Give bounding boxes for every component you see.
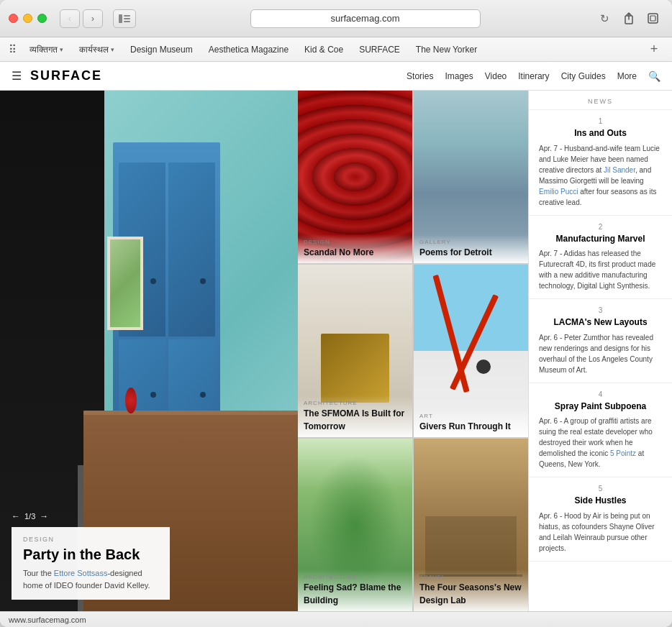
news-item-3: 3 LACMA's New Layouts Apr. 6 - Peter Zum…	[529, 299, 672, 383]
news-header: NEWS	[529, 91, 672, 110]
search-icon[interactable]: 🔍	[648, 70, 660, 82]
news-num-4: 4	[539, 390, 662, 398]
news-title-2[interactable]: Manufacturing Marvel	[539, 234, 662, 245]
news-item-5: 5 Side Hustles Apr. 6 - Hood by Air is b…	[529, 477, 672, 562]
news-num-2: 2	[539, 223, 662, 231]
url-text: surfacemag.com	[330, 13, 399, 24]
svg-rect-2	[124, 18, 130, 19]
article-4[interactable]: ART Givers Run Through It	[414, 265, 528, 437]
minimize-button[interactable]	[23, 14, 32, 23]
next-arrow[interactable]: →	[40, 511, 48, 521]
hero-title[interactable]: Party in the Back	[23, 546, 158, 563]
reload-button[interactable]: ↻	[594, 9, 614, 28]
hero-category: DESIGN	[23, 536, 158, 543]
news-text-5: Apr. 6 - Hood by Air is being put on hia…	[539, 511, 662, 554]
art-frame	[107, 237, 143, 330]
dresser-top	[83, 411, 298, 415]
nav-item-more[interactable]: More	[617, 71, 637, 81]
bookmark-label: Design Museum	[130, 45, 193, 55]
forward-button[interactable]: ›	[83, 9, 103, 28]
article-1-category: DESIGN	[304, 239, 407, 245]
site-logo[interactable]: SURFACE	[30, 68, 102, 83]
article-2[interactable]: GALLERY Poems for Detroit	[414, 91, 528, 263]
bookmark-label: कार्यस्थल	[79, 45, 109, 55]
bookmark-item-kid-coe[interactable]: Kid & Coe	[297, 42, 350, 57]
article-2-info: GALLERY Poems for Detroit	[414, 234, 528, 263]
article-5-category: ARCHITECTURE	[304, 574, 407, 580]
svg-rect-6	[650, 16, 655, 21]
news-link[interactable]: Emilio Pucci	[539, 188, 578, 196]
article-3-category: ARCHITECTURE	[304, 400, 407, 406]
news-num-1: 1	[539, 117, 662, 125]
cab-door-tr	[168, 163, 215, 337]
svg-rect-3	[124, 21, 130, 22]
tabs-button[interactable]	[643, 9, 663, 28]
bookmark-item-personal[interactable]: व्यक्तिगत ▾	[22, 42, 71, 57]
news-link[interactable]: Jil Sander	[604, 166, 635, 174]
share-button[interactable]	[619, 9, 639, 28]
nav-item-video[interactable]: Video	[485, 71, 507, 81]
news-title-4[interactable]: Spray Paint Subpoena	[539, 401, 662, 413]
article-5-title: Feeling Sad? Blame the Building	[304, 582, 401, 606]
article-6-category: TRAVEL	[419, 574, 522, 580]
news-title-3[interactable]: LACMA's New Layouts	[539, 317, 662, 329]
news-item-2: 2 Manufacturing Marvel Apr. 7 - Adidas h…	[529, 216, 672, 300]
apps-icon[interactable]: ⠿	[9, 43, 17, 56]
site-nav-right: Stories Images Video Itinerary City Guid…	[407, 70, 660, 82]
maximize-button[interactable]	[37, 14, 47, 23]
hero-area: ← 1/3 → DESIGN Party in the Back Tour th…	[0, 91, 298, 611]
back-button[interactable]: ‹	[60, 9, 80, 28]
svg-rect-0	[119, 14, 122, 23]
news-title-5[interactable]: Side Hustles	[539, 495, 662, 507]
add-bookmark-button[interactable]: +	[645, 40, 663, 59]
close-button[interactable]	[9, 14, 18, 23]
bookmark-label: Aesthetica Magazine	[209, 45, 289, 55]
url-bar[interactable]: surfacemag.com	[250, 9, 481, 28]
svg-rect-5	[648, 14, 658, 23]
news-text-1: Apr. 7 - Husband-and-wife team Lucie and…	[539, 143, 662, 208]
article-6-title: The Four Seasons's New Design Lab	[419, 582, 522, 606]
news-title-1[interactable]: Ins and Outs	[539, 128, 662, 139]
article-5-info: ARCHITECTURE Feeling Sad? Blame the Buil…	[298, 569, 412, 611]
article-4-category: ART	[419, 413, 522, 419]
news-text-3: Apr. 6 - Peter Zumthor has revealed new …	[539, 332, 662, 375]
bookmark-item-design-museum[interactable]: Design Museum	[123, 42, 200, 57]
bookmark-item-aesthetica[interactable]: Aesthetica Magazine	[201, 42, 296, 57]
bookmark-label: Kid & Coe	[304, 45, 343, 55]
prev-arrow[interactable]: ←	[12, 511, 20, 521]
article-3-info: ARCHITECTURE The SFMOMA Is Built for Tom…	[298, 395, 412, 437]
titlebar: ‹ › surfacemag.com ↻	[0, 0, 672, 37]
news-link[interactable]: 5 Pointz	[610, 449, 636, 457]
nav-item-itinerary[interactable]: Itinerary	[518, 71, 549, 81]
bookmarks-bar: ⠿ व्यक्तिगत ▾ कार्यस्थल ▾ Design Museum …	[0, 37, 672, 62]
nav-item-images[interactable]: Images	[445, 71, 473, 81]
bookmark-label: SURFACE	[359, 45, 400, 55]
cab-handle	[200, 278, 206, 284]
article-5[interactable]: ARCHITECTURE Feeling Sad? Blame the Buil…	[298, 439, 412, 611]
article-6[interactable]: TRAVEL The Four Seasons's New Design Lab	[414, 439, 528, 611]
articles-grid: DESIGN Scandal No More GALLERY Poems for…	[298, 91, 528, 611]
sidebar-button[interactable]	[113, 9, 136, 28]
chevron-down-icon: ▾	[60, 46, 63, 53]
nav-item-stories[interactable]: Stories	[407, 71, 433, 81]
article-1-title: Scandal No More	[304, 247, 373, 257]
nav-item-city-guides[interactable]: City Guides	[561, 71, 606, 81]
news-item-4: 4 Spray Paint Subpoena Apr. 6 - A group …	[529, 383, 672, 478]
bookmark-item-workspace[interactable]: कार्यस्थल ▾	[72, 42, 122, 57]
article-1[interactable]: DESIGN Scandal No More	[298, 91, 412, 263]
article-3-title: The SFMOMA Is Built for Tomorrow	[304, 408, 404, 432]
hero-card: DESIGN Party in the Back Tour the Ettore…	[12, 527, 170, 600]
toolbar-icons: ↻	[594, 9, 663, 28]
hero-overlay: ← 1/3 → DESIGN Party in the Back Tour th…	[0, 500, 298, 611]
hero-link[interactable]: Ettore Sottsass	[54, 569, 108, 577]
article-4-info: ART Givers Run Through It	[414, 408, 528, 437]
article-3[interactable]: ARCHITECTURE The SFMOMA Is Built for Tom…	[298, 265, 412, 437]
browser-content: ☰ SURFACE Stories Images Video Itinerary…	[0, 62, 672, 611]
hero-counter: ← 1/3 →	[12, 511, 286, 521]
bookmark-item-surface[interactable]: SURFACE	[352, 42, 407, 57]
menu-icon[interactable]: ☰	[12, 69, 22, 83]
article-2-category: GALLERY	[419, 239, 522, 245]
hero-description: Tour the Ettore Sottsass-designed home o…	[23, 567, 158, 591]
bookmark-item-new-yorker[interactable]: The New Yorker	[409, 42, 484, 57]
url-bar-container: surfacemag.com	[147, 9, 583, 28]
